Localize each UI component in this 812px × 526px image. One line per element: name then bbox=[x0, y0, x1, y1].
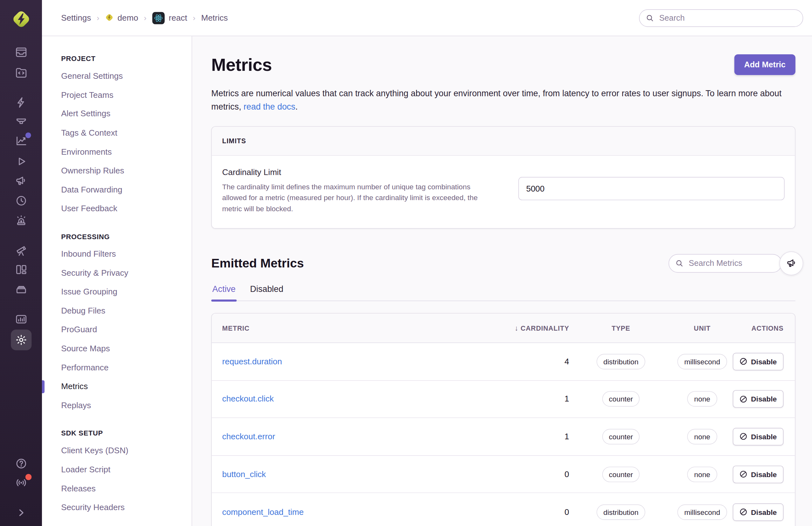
dashboards-icon[interactable] bbox=[14, 263, 28, 276]
metric-link[interactable]: button_click bbox=[222, 469, 266, 478]
settings-nav-item[interactable]: Loader Script bbox=[61, 460, 181, 479]
settings-nav-item[interactable]: Ownership Rules bbox=[61, 161, 181, 180]
cardinality-limit-label: Cardinality Limit bbox=[222, 168, 495, 177]
settings-nav-item[interactable]: Security Headers bbox=[61, 498, 181, 517]
cardinality-limit-input[interactable] bbox=[518, 177, 784, 200]
settings-nav-item[interactable]: Performance bbox=[61, 358, 181, 377]
metric-link[interactable]: checkout.error bbox=[222, 432, 275, 441]
settings-nav-item[interactable]: Environments bbox=[61, 142, 181, 162]
performance-lightning-icon[interactable] bbox=[14, 95, 28, 109]
nav-section-processing: PROCESSING Inbound FiltersSecurity & Pri… bbox=[61, 233, 181, 415]
stats-icon[interactable] bbox=[14, 313, 28, 326]
disable-button[interactable]: Disable bbox=[733, 428, 783, 445]
tab[interactable]: Disabled bbox=[249, 284, 284, 300]
vitals-icon[interactable] bbox=[14, 115, 28, 129]
type-badge: distribution bbox=[597, 354, 646, 370]
global-search-input[interactable] bbox=[658, 13, 796, 23]
breadcrumb-project[interactable]: react bbox=[152, 12, 187, 24]
cardinality-value: 1 bbox=[497, 432, 569, 441]
breadcrumb-current: Metrics bbox=[201, 13, 228, 22]
disable-button[interactable]: Disable bbox=[733, 390, 783, 408]
metric-link[interactable]: request.duration bbox=[222, 357, 282, 366]
app-logo[interactable] bbox=[10, 7, 32, 31]
settings-nav-item[interactable]: Issue Grouping bbox=[61, 282, 181, 301]
disable-icon bbox=[740, 433, 747, 440]
add-metric-button[interactable]: Add Metric bbox=[735, 54, 796, 75]
col-header-unit: UNIT bbox=[673, 324, 732, 332]
table-row: request.duration 4 distribution millisec… bbox=[212, 343, 795, 380]
settings-gear-icon[interactable] bbox=[11, 330, 31, 350]
settings-nav-item[interactable]: General Settings bbox=[61, 67, 181, 86]
emitted-metrics-tabs: ActiveDisabled bbox=[212, 284, 796, 301]
col-header-cardinality-label: CARDINALITY bbox=[521, 324, 569, 332]
settings-nav-item[interactable]: Data Forwarding bbox=[61, 180, 181, 199]
cardinality-value: 0 bbox=[497, 507, 569, 516]
page-title: Metrics bbox=[212, 55, 272, 75]
icon-rail bbox=[0, 0, 42, 526]
sort-desc-icon: ↓ bbox=[515, 324, 519, 332]
unit-badge: millisecond bbox=[678, 354, 727, 370]
cardinality-value: 4 bbox=[497, 357, 569, 366]
notification-dot-red bbox=[25, 474, 31, 480]
settings-nav-item[interactable]: Project Teams bbox=[61, 86, 181, 105]
main-content: Metrics Add Metric Metrics are numerical… bbox=[212, 36, 796, 526]
table-row: checkout.click 1 counter none Disable bbox=[212, 380, 795, 418]
settings-nav-item[interactable]: Releases bbox=[61, 479, 181, 498]
breadcrumb-settings[interactable]: Settings bbox=[61, 13, 91, 22]
disable-button[interactable]: Disable bbox=[733, 503, 783, 521]
issues-icon[interactable] bbox=[14, 45, 28, 59]
settings-nav-item[interactable]: Alert Settings bbox=[61, 105, 181, 123]
breadcrumb-separator: › bbox=[97, 13, 99, 22]
discover-telescope-icon[interactable] bbox=[14, 244, 28, 257]
global-search[interactable] bbox=[639, 9, 803, 27]
tab[interactable]: Active bbox=[212, 284, 237, 300]
settings-nav-item[interactable]: Replays bbox=[61, 396, 181, 415]
breadcrumb-org[interactable]: demo bbox=[105, 12, 138, 23]
releases-archive-icon[interactable] bbox=[14, 283, 28, 296]
settings-nav-item[interactable]: User Feedback bbox=[61, 199, 181, 218]
disable-icon bbox=[740, 395, 747, 403]
alerts-siren-icon[interactable] bbox=[14, 214, 28, 227]
disable-button-label: Disable bbox=[751, 357, 777, 365]
platform-diamond-icon bbox=[105, 12, 113, 23]
crons-clock-icon[interactable] bbox=[14, 194, 28, 207]
settings-nav-item[interactable]: Security & Privacy bbox=[61, 264, 181, 283]
settings-nav-item[interactable]: Client Keys (DSN) bbox=[61, 441, 181, 461]
topbar: Settings › demo › bbox=[42, 0, 812, 36]
disable-button-label: Disable bbox=[751, 470, 777, 478]
collapse-chevron-icon[interactable] bbox=[14, 506, 28, 519]
col-header-cardinality[interactable]: ↓CARDINALITY bbox=[497, 324, 569, 332]
settings-nav-item[interactable]: Inbound Filters bbox=[61, 244, 181, 264]
feedback-megaphone-icon[interactable] bbox=[14, 175, 28, 188]
metric-link[interactable]: component_load_time bbox=[222, 507, 304, 516]
type-badge: distribution bbox=[597, 505, 646, 520]
broadcast-icon[interactable] bbox=[14, 476, 28, 490]
metrics-search[interactable] bbox=[669, 254, 782, 273]
notification-dot bbox=[25, 133, 31, 138]
metrics-search-input[interactable] bbox=[688, 258, 775, 269]
settings-nav: PROJECT General SettingsProject TeamsAle… bbox=[42, 36, 192, 526]
settings-nav-item[interactable]: Tags & Context bbox=[61, 123, 181, 142]
replays-play-icon[interactable] bbox=[14, 155, 28, 168]
cardinality-value: 0 bbox=[497, 469, 569, 479]
col-header-metric: METRIC bbox=[222, 324, 497, 332]
metrics-chart-icon[interactable] bbox=[14, 134, 28, 147]
breadcrumb-separator: › bbox=[144, 13, 147, 22]
projects-icon[interactable] bbox=[14, 66, 28, 79]
settings-nav-item[interactable]: Metrics bbox=[61, 377, 181, 396]
type-badge: counter bbox=[602, 429, 640, 445]
settings-nav-item[interactable]: Debug Files bbox=[61, 301, 181, 320]
disable-button[interactable]: Disable bbox=[733, 353, 783, 370]
disable-button[interactable]: Disable bbox=[733, 465, 783, 483]
disable-icon bbox=[740, 358, 747, 365]
help-icon[interactable] bbox=[14, 457, 28, 470]
feedback-button[interactable] bbox=[779, 252, 803, 275]
nav-section-title: PROCESSING bbox=[61, 233, 181, 240]
settings-nav-item[interactable]: ProGuard bbox=[61, 320, 181, 339]
nav-section-project: PROJECT General SettingsProject TeamsAle… bbox=[61, 55, 181, 218]
disable-button-label: Disable bbox=[751, 508, 777, 516]
metric-link[interactable]: checkout.click bbox=[222, 394, 274, 403]
settings-nav-item[interactable]: Source Maps bbox=[61, 339, 181, 358]
read-the-docs-link[interactable]: read the docs bbox=[244, 102, 295, 111]
nav-section-title: PROJECT bbox=[61, 55, 181, 63]
